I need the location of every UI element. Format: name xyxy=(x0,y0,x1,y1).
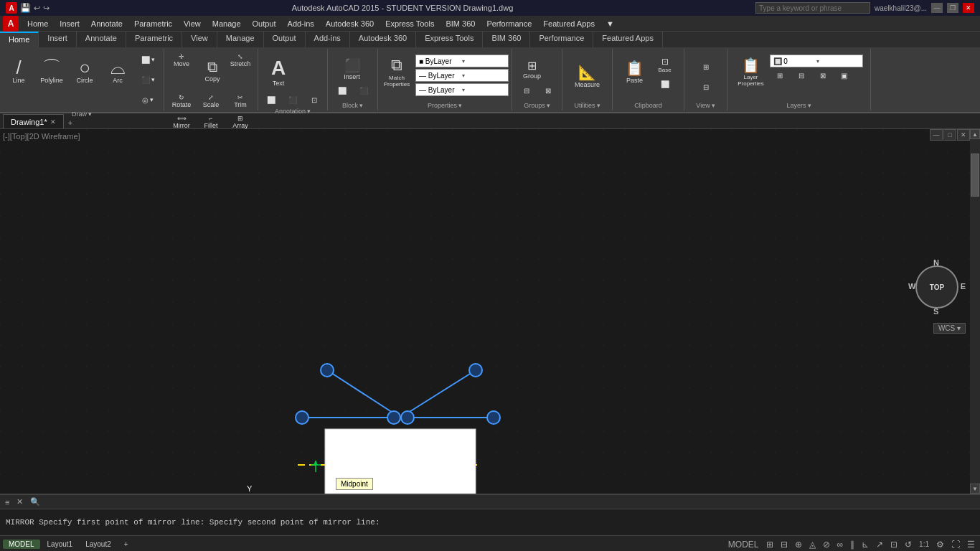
polar-toggle[interactable]: ◬ xyxy=(807,540,818,550)
menu-insert[interactable]: Insert xyxy=(54,18,85,29)
tab-featured[interactable]: Featured Apps xyxy=(593,32,663,47)
tool-measure[interactable]: 📐 Measure xyxy=(572,56,603,96)
cmd-close-btn[interactable]: ✕ xyxy=(14,497,25,507)
tool-text[interactable]: A Text xyxy=(261,52,296,92)
menu-more[interactable]: ▼ xyxy=(600,18,620,29)
cmd-expand-btn[interactable]: ≡ xyxy=(3,498,11,507)
block-group-label[interactable]: Block ▾ xyxy=(342,102,363,109)
scroll-track[interactable] xyxy=(970,139,980,484)
menu-manage[interactable]: Manage xyxy=(207,18,247,29)
fullscreen-btn[interactable]: ⛶ xyxy=(949,540,962,550)
tool-ann3[interactable]: ⊡ xyxy=(304,93,324,106)
tool-line[interactable]: / Line xyxy=(3,50,34,92)
vp-maximize-btn[interactable]: □ xyxy=(943,129,956,141)
tool-move[interactable]: ✛ Move xyxy=(167,50,196,70)
vp-restore-btn[interactable]: — xyxy=(930,129,943,141)
user-account[interactable]: waelkhalil23@... xyxy=(875,4,927,12)
lineweight-dropdown[interactable]: — ByLayer ▾ xyxy=(415,83,509,96)
menu-performance[interactable]: Performance xyxy=(481,18,537,29)
search-input[interactable] xyxy=(755,2,870,14)
menu-addins[interactable]: Add-ins xyxy=(282,18,320,29)
menu-output[interactable]: Output xyxy=(247,18,282,29)
tool-more3[interactable]: ◎ ▾ xyxy=(135,90,161,109)
dynmode-toggle[interactable]: ⊡ xyxy=(888,540,900,550)
cmd-search-btn[interactable]: 🔍 xyxy=(28,497,42,507)
properties-group-label[interactable]: Properties ▾ xyxy=(428,102,462,109)
grid-toggle[interactable]: ⊞ xyxy=(764,540,776,550)
tool-stretch[interactable]: ⤡ Stretch xyxy=(226,50,255,70)
selection-toggle[interactable]: ↗ xyxy=(874,540,885,550)
customization-btn[interactable]: ☰ xyxy=(965,540,977,550)
model-space-btn[interactable]: MODEL xyxy=(726,540,761,550)
model-btn[interactable]: MODEL xyxy=(3,540,40,549)
qp-toggle[interactable]: ↺ xyxy=(903,540,914,550)
close-button[interactable]: ✕ xyxy=(963,3,974,13)
layers-group-label[interactable]: Layers ▾ xyxy=(786,102,811,109)
menu-expresstools[interactable]: Express Tools xyxy=(380,18,440,29)
add-layout-btn[interactable]: + xyxy=(118,540,134,549)
settings-btn[interactable]: ⚙ xyxy=(934,540,946,550)
tool-group[interactable]: ⊞ Group xyxy=(517,55,548,83)
app-icon[interactable]: A xyxy=(3,16,19,32)
tab-output[interactable]: Output xyxy=(264,32,306,47)
tool-layer-btn3[interactable]: ⊠ xyxy=(813,69,833,82)
tab-parametric[interactable]: Parametric xyxy=(126,32,182,47)
tool-layer-btn2[interactable]: ⊟ xyxy=(791,69,811,82)
quick-access-save[interactable]: 💾 xyxy=(20,3,31,13)
tool-clip1[interactable]: ⬜ xyxy=(652,76,678,92)
lineweight-toggle[interactable]: ∥ xyxy=(848,540,857,550)
tool-rotate[interactable]: ↻ Rotate xyxy=(167,91,196,111)
zoom-scale[interactable]: 1:1 xyxy=(917,540,931,548)
tool-grp1[interactable]: ⊟ xyxy=(517,84,537,97)
color-dropdown[interactable]: ■ ByLayer ▾ xyxy=(415,55,509,67)
clipboard-group-label[interactable]: Clipboard xyxy=(634,102,662,109)
otrack-toggle[interactable]: ∞ xyxy=(835,540,846,550)
scroll-up-btn[interactable]: ▲ xyxy=(970,129,980,139)
layout2-tab[interactable]: Layout2 xyxy=(80,540,117,549)
tool-match-properties[interactable]: ⧉ Match Properties xyxy=(381,52,413,92)
tab-bim360[interactable]: BIM 360 xyxy=(483,32,530,47)
osnap-toggle[interactable]: ⊘ xyxy=(821,540,832,550)
tool-paste[interactable]: 📋 Paste xyxy=(619,52,651,92)
ortho-toggle[interactable]: ⊕ xyxy=(793,540,804,550)
menu-parametric[interactable]: Parametric xyxy=(128,18,178,29)
tool-polyline[interactable]: ⌒ Polyline xyxy=(36,50,67,92)
groups-group-label[interactable]: Groups ▾ xyxy=(524,102,550,109)
scroll-down-btn[interactable]: ▼ xyxy=(970,484,980,494)
tool-more2[interactable]: ⬛ ▾ xyxy=(135,70,161,89)
tool-blk1[interactable]: ⬜ xyxy=(332,84,352,97)
tool-grp2[interactable]: ⊠ xyxy=(538,84,558,97)
scroll-thumb[interactable] xyxy=(971,154,979,197)
doc-tab-drawing1[interactable]: Drawing1* ✕ xyxy=(3,114,64,128)
tool-ann2[interactable]: ⬛ xyxy=(283,93,303,106)
tab-annotate[interactable]: Annotate xyxy=(77,32,126,47)
tool-circle[interactable]: ○ Circle xyxy=(69,50,100,92)
menu-autodesk360[interactable]: Autodesk 360 xyxy=(320,18,380,29)
tool-ann1[interactable]: ⬜ xyxy=(261,93,281,106)
linetype-dropdown[interactable]: — ByLayer ▾ xyxy=(415,69,509,82)
transparency-toggle[interactable]: ⊾ xyxy=(859,540,871,550)
tab-addins[interactable]: Add-ins xyxy=(306,32,350,47)
vp-close-btn[interactable]: ✕ xyxy=(957,129,970,141)
quick-access-redo[interactable]: ↪ xyxy=(43,4,50,13)
quick-access-undo[interactable]: ↩ xyxy=(34,4,40,13)
tool-base[interactable]: ⊡ Base xyxy=(652,55,678,75)
tool-scale[interactable]: ⤢ Scale xyxy=(197,91,225,111)
tool-more1[interactable]: ⬜ ▾ xyxy=(135,50,161,69)
menu-view[interactable]: View xyxy=(178,18,207,29)
tool-layer-properties[interactable]: 📋 Layer Properties xyxy=(735,52,767,92)
menu-annotate[interactable]: Annotate xyxy=(85,18,128,29)
menu-featuredapps[interactable]: Featured Apps xyxy=(537,18,600,29)
menu-bim360[interactable]: BIM 360 xyxy=(440,18,481,29)
tool-view1[interactable]: ⊞ xyxy=(688,57,724,77)
view-group-label[interactable]: View ▾ xyxy=(696,102,715,109)
tool-view2[interactable]: ⊟ xyxy=(688,78,724,95)
snap-toggle[interactable]: ⊟ xyxy=(778,540,790,550)
minimize-button[interactable]: — xyxy=(931,3,943,13)
viewport[interactable]: [-][Top][2D Wireframe] — □ ✕ Y X xyxy=(0,129,980,494)
tool-arc[interactable]: ⌓ Arc xyxy=(102,50,133,92)
maximize-button[interactable]: ❐ xyxy=(947,3,958,13)
annotation-group-label[interactable]: Annotation ▾ xyxy=(275,108,311,115)
utilities-group-label[interactable]: Utilities ▾ xyxy=(574,102,600,109)
tool-insert-block[interactable]: ⬛ Insert xyxy=(332,55,372,83)
